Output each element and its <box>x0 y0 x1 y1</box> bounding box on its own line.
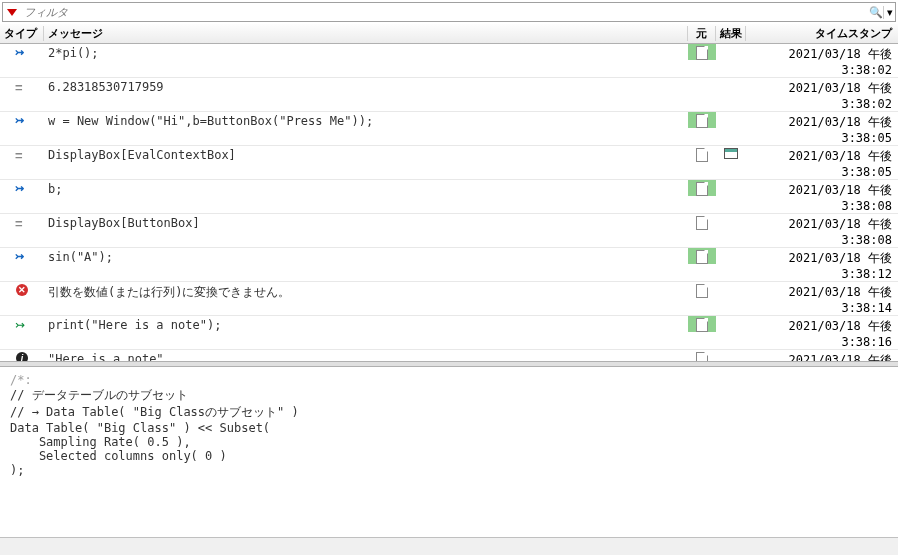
row-message-cell: 6.28318530717959 <box>44 78 688 96</box>
document-icon <box>696 250 708 264</box>
header-type[interactable]: タイプ <box>0 26 44 41</box>
header-source[interactable]: 元 <box>688 26 716 41</box>
log-row[interactable]: ↣w = New Window("Hi",b=ButtonBox("Press … <box>0 112 898 146</box>
row-source-cell[interactable] <box>688 214 716 230</box>
detail-comment: /*: <box>10 373 32 387</box>
row-source-cell[interactable] <box>688 44 716 60</box>
triangle-down-icon <box>7 9 17 16</box>
window-icon <box>724 148 738 159</box>
info-icon: i <box>16 352 28 361</box>
log-row[interactable]: ↣2*pi();2021/03/18 午後 3:38:02 <box>0 44 898 78</box>
note-icon: ↣ <box>15 318 29 332</box>
row-message-cell: sin("A"); <box>44 248 688 266</box>
run-icon: ↣ <box>15 46 29 60</box>
row-timestamp-cell: 2021/03/18 午後 3:38:14 <box>746 282 898 315</box>
row-result-cell[interactable] <box>716 78 746 80</box>
row-result-cell[interactable] <box>716 112 746 114</box>
document-icon <box>696 284 708 298</box>
run-icon: ↣ <box>15 250 29 264</box>
row-message-cell: DisplayBox[EvalContextBox] <box>44 146 688 164</box>
row-timestamp-cell: 2021/03/18 午後 3:38:02 <box>746 78 898 111</box>
run-icon: ↣ <box>15 114 29 128</box>
row-type-cell: ↣ <box>0 44 44 60</box>
result-icon: = <box>15 148 29 162</box>
row-message-cell: DisplayBox[ButtonBox] <box>44 214 688 232</box>
row-result-cell[interactable] <box>716 282 746 284</box>
log-row[interactable]: ↣b;2021/03/18 午後 3:38:08 <box>0 180 898 214</box>
row-source-cell[interactable] <box>688 248 716 264</box>
detail-pane[interactable]: /*: // データテーブルのサブセット // → Data Table( "B… <box>0 367 898 537</box>
row-result-cell[interactable] <box>716 146 746 159</box>
row-source-cell[interactable] <box>688 146 716 162</box>
log-row[interactable]: ↣sin("A");2021/03/18 午後 3:38:12 <box>0 248 898 282</box>
header-timestamp[interactable]: タイムスタンプ <box>746 26 898 41</box>
status-bar <box>0 537 898 555</box>
row-timestamp-cell: 2021/03/18 午後 3:38:12 <box>746 248 898 281</box>
document-icon <box>696 46 708 60</box>
row-type-cell: ↣ <box>0 112 44 128</box>
error-icon: ✕ <box>16 284 28 296</box>
run-icon: ↣ <box>15 182 29 196</box>
filter-dropdown-icon[interactable]: ▾ <box>883 6 895 19</box>
row-type-cell: ✕ <box>0 282 44 296</box>
row-source-cell[interactable] <box>688 350 716 361</box>
document-icon <box>696 352 708 361</box>
row-timestamp-cell: 2021/03/18 午後 3:38:08 <box>746 214 898 247</box>
row-timestamp-cell: 2021/03/18 午後 3:38:02 <box>746 44 898 77</box>
row-timestamp-cell: 2021/03/18 午後 3:38:05 <box>746 112 898 145</box>
log-row[interactable]: =6.283185307179592021/03/18 午後 3:38:02 <box>0 78 898 112</box>
search-icon[interactable]: 🔍 <box>869 6 883 19</box>
row-source-cell[interactable] <box>688 180 716 196</box>
row-result-cell[interactable] <box>716 180 746 182</box>
row-message-cell: print("Here is a note"); <box>44 316 688 334</box>
document-icon <box>696 182 708 196</box>
filter-bar: 🔍 ▾ <box>2 2 896 22</box>
row-timestamp-cell: 2021/03/18 午後 3:38:08 <box>746 180 898 213</box>
row-type-cell: = <box>0 78 44 94</box>
result-icon: = <box>15 80 29 94</box>
log-row[interactable]: =DisplayBox[EvalContextBox]2021/03/18 午後… <box>0 146 898 180</box>
row-source-cell[interactable] <box>688 282 716 298</box>
row-result-cell[interactable] <box>716 350 746 352</box>
document-icon <box>696 148 708 162</box>
row-type-cell: i <box>0 350 44 361</box>
row-type-cell: ↣ <box>0 180 44 196</box>
log-row[interactable]: =DisplayBox[ButtonBox]2021/03/18 午後 3:38… <box>0 214 898 248</box>
row-source-cell[interactable] <box>688 112 716 128</box>
row-message-cell: 引数を数値(または行列)に変換できません。 <box>44 282 688 303</box>
row-result-cell[interactable] <box>716 248 746 250</box>
row-result-cell[interactable] <box>716 44 746 46</box>
filter-menu-toggle[interactable] <box>5 5 19 19</box>
row-type-cell: = <box>0 146 44 162</box>
row-type-cell: = <box>0 214 44 230</box>
detail-body: // データテーブルのサブセット // → Data Table( "Big C… <box>10 388 299 477</box>
log-row[interactable]: i"Here is a note"2021/03/18 午後 3:38:16 <box>0 350 898 361</box>
result-icon: = <box>15 216 29 230</box>
row-source-cell[interactable] <box>688 78 716 80</box>
row-message-cell: 2*pi(); <box>44 44 688 62</box>
row-source-cell[interactable] <box>688 316 716 332</box>
header-result[interactable]: 結果 <box>716 26 746 41</box>
row-timestamp-cell: 2021/03/18 午後 3:38:05 <box>746 146 898 179</box>
log-row[interactable]: ↣print("Here is a note");2021/03/18 午後 3… <box>0 316 898 350</box>
log-grid-body[interactable]: ↣2*pi();2021/03/18 午後 3:38:02=6.28318530… <box>0 44 898 361</box>
log-grid-header: タイプ メッセージ 元 結果 タイムスタンプ <box>0 24 898 44</box>
row-result-cell[interactable] <box>716 316 746 318</box>
row-type-cell: ↣ <box>0 316 44 332</box>
row-type-cell: ↣ <box>0 248 44 264</box>
document-icon <box>696 216 708 230</box>
log-row[interactable]: ✕引数を数値(または行列)に変換できません。2021/03/18 午後 3:38… <box>0 282 898 316</box>
document-icon <box>696 318 708 332</box>
row-message-cell: w = New Window("Hi",b=ButtonBox("Press M… <box>44 112 688 130</box>
filter-input[interactable] <box>21 6 869 18</box>
row-result-cell[interactable] <box>716 214 746 216</box>
row-message-cell: "Here is a note" <box>44 350 688 361</box>
header-message[interactable]: メッセージ <box>44 26 688 41</box>
row-timestamp-cell: 2021/03/18 午後 3:38:16 <box>746 316 898 349</box>
row-message-cell: b; <box>44 180 688 198</box>
row-timestamp-cell: 2021/03/18 午後 3:38:16 <box>746 350 898 361</box>
document-icon <box>696 114 708 128</box>
